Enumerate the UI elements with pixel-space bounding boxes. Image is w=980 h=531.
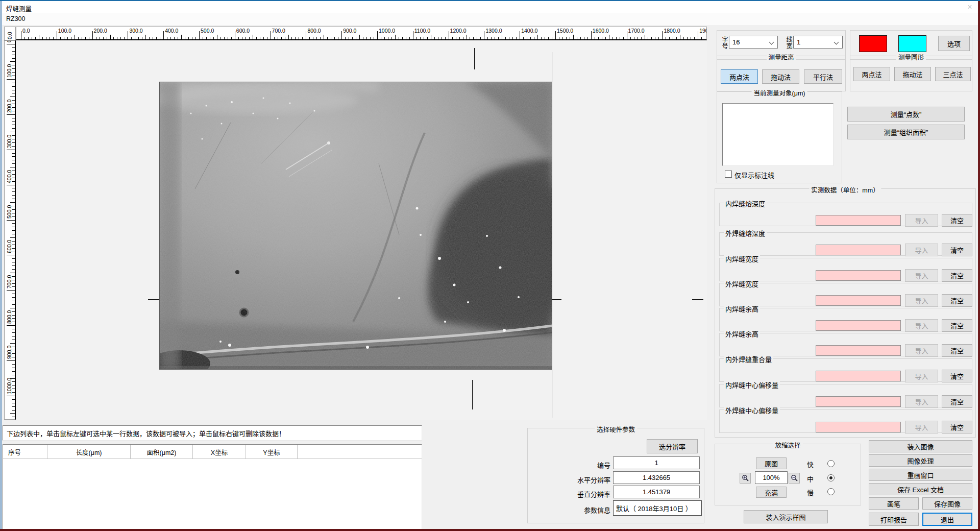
ruler-tick: [124, 37, 125, 39]
current-object-listbox[interactable]: [722, 103, 834, 166]
close-icon[interactable]: ×: [964, 2, 976, 12]
import-button[interactable]: 导入: [905, 421, 938, 433]
distance-two-point-button[interactable]: 两点法: [721, 69, 758, 84]
clear-button[interactable]: 清空: [942, 319, 972, 332]
clear-button[interactable]: 清空: [942, 244, 972, 256]
measured-value-field[interactable]: [816, 245, 901, 255]
measure-area-button[interactable]: 测量“组织面积”: [847, 125, 965, 139]
h-resolution-field[interactable]: 1.432665: [613, 471, 700, 484]
import-button[interactable]: 导入: [905, 344, 938, 357]
load-demo-image-button[interactable]: 装入演示样图: [744, 510, 828, 523]
ruler-tick: [295, 37, 296, 39]
ruler-tick: [413, 31, 413, 39]
data-table[interactable]: 序号长度(μm)面积(μm2)X坐标Y坐标: [3, 444, 422, 529]
menu-item-rz300[interactable]: RZ300: [6, 15, 26, 22]
import-button[interactable]: 导入: [905, 319, 938, 332]
ruler-tick: [577, 37, 577, 39]
measured-value-field[interactable]: [816, 320, 901, 331]
ruler-origin-label: 0.0: [7, 32, 13, 39]
print-report-button[interactable]: 打印报告: [869, 513, 919, 526]
clear-button[interactable]: 清空: [942, 294, 972, 307]
ruler-tick: [10, 61, 15, 62]
measured-value-field[interactable]: [816, 422, 901, 432]
import-button[interactable]: 导入: [905, 244, 938, 256]
distance-parallel-button[interactable]: 平行法: [804, 69, 842, 84]
image-canvas[interactable]: [16, 40, 707, 420]
zoom-in-icon[interactable]: [740, 473, 751, 484]
save-excel-button[interactable]: 保存 Excel 文档: [869, 483, 972, 495]
param-info-field[interactable]: 默认（ 2018年3月10日 ）: [613, 500, 702, 516]
ruler-tick: [12, 142, 15, 143]
table-header-cell[interactable]: Y坐标: [246, 445, 298, 459]
circle-drag-button[interactable]: 拖动法: [894, 67, 931, 81]
circle-three-point-button[interactable]: 三点法: [935, 67, 971, 81]
import-button[interactable]: 导入: [905, 294, 938, 307]
ruler-tick: [12, 266, 15, 266]
speed-fast-radio[interactable]: [827, 460, 835, 467]
clear-button[interactable]: 清空: [942, 395, 972, 408]
pen-button[interactable]: 画笔: [869, 497, 919, 510]
ruler-tick: [402, 37, 403, 39]
color-swatch-red[interactable]: [859, 35, 887, 52]
v-resolution-field[interactable]: 1.451379: [613, 486, 700, 498]
ruler-tick: [256, 37, 257, 39]
ruler-tick: [32, 37, 32, 39]
speed-medium-radio[interactable]: [827, 474, 835, 481]
exit-button[interactable]: 退出: [922, 513, 972, 526]
ruler-tick: [388, 37, 388, 39]
measured-value-field[interactable]: [816, 295, 901, 306]
clear-button[interactable]: 清空: [942, 214, 972, 227]
fit-button[interactable]: 充满: [756, 487, 787, 498]
speed-slow-radio[interactable]: [827, 488, 835, 495]
options-button[interactable]: 选项: [938, 36, 970, 51]
zoom-percent-field[interactable]: 100%: [755, 471, 788, 484]
number-field[interactable]: 1: [613, 456, 700, 469]
ruler-tick: [570, 37, 570, 39]
color-swatch-cyan[interactable]: [898, 35, 926, 52]
clear-button[interactable]: 清空: [942, 370, 972, 382]
ruler-tick: [12, 153, 15, 154]
import-button[interactable]: 导入: [905, 269, 938, 282]
ruler-label: 200.0: [94, 28, 107, 34]
measured-value-field[interactable]: [816, 371, 901, 381]
original-size-button[interactable]: 原图: [756, 457, 787, 469]
show-annotation-checkbox[interactable]: [725, 171, 732, 178]
ruler-tick: [110, 35, 111, 39]
clear-button[interactable]: 清空: [942, 269, 972, 282]
ruler-tick: [683, 37, 684, 39]
import-button[interactable]: 导入: [905, 214, 938, 227]
import-button[interactable]: 导入: [905, 395, 938, 408]
save-image-button[interactable]: 保存图像: [922, 497, 972, 510]
ruler-label: 700.0: [272, 28, 285, 34]
load-image-button[interactable]: 装入图像: [869, 440, 972, 452]
import-button[interactable]: 导入: [905, 370, 938, 382]
ruler-tick: [7, 396, 15, 396]
measured-value-field[interactable]: [816, 270, 901, 281]
ruler-tick: [100, 37, 100, 39]
line-width-select[interactable]: 1: [793, 36, 843, 49]
distance-drag-button[interactable]: 拖动法: [762, 69, 799, 84]
circle-two-point-button[interactable]: 两点法: [853, 67, 890, 81]
measured-value-field[interactable]: [816, 215, 901, 226]
ruler-tick: [623, 37, 624, 39]
table-header-cell[interactable]: 长度(μm): [47, 445, 131, 459]
image-processing-button[interactable]: 图像处理: [869, 454, 972, 467]
zoom-out-icon[interactable]: [789, 473, 800, 484]
ruler-tick: [12, 252, 15, 252]
ruler-tick: [491, 37, 492, 39]
vertical-ruler: 0.0100.0200.0300.0400.0500.0600.0700.080…: [4, 40, 16, 420]
ruler-tick: [694, 37, 695, 39]
clear-button[interactable]: 清空: [942, 421, 972, 433]
table-header-cell[interactable]: 序号: [3, 445, 47, 459]
font-size-select[interactable]: 16: [729, 36, 778, 49]
ruler-tick: [502, 35, 502, 39]
measured-value-field[interactable]: [816, 345, 901, 356]
measure-points-button[interactable]: 测量“点数”: [847, 107, 965, 122]
table-header-cell[interactable]: X坐标: [193, 445, 246, 459]
select-resolution-button[interactable]: 选分辨率: [647, 439, 698, 453]
clear-button[interactable]: 清空: [942, 344, 972, 357]
table-header-cell[interactable]: 面积(μm2): [131, 445, 193, 459]
ruler-label: 100.0: [6, 64, 12, 78]
redraw-window-button[interactable]: 重画窗口: [869, 469, 972, 481]
measured-value-field[interactable]: [816, 396, 901, 407]
